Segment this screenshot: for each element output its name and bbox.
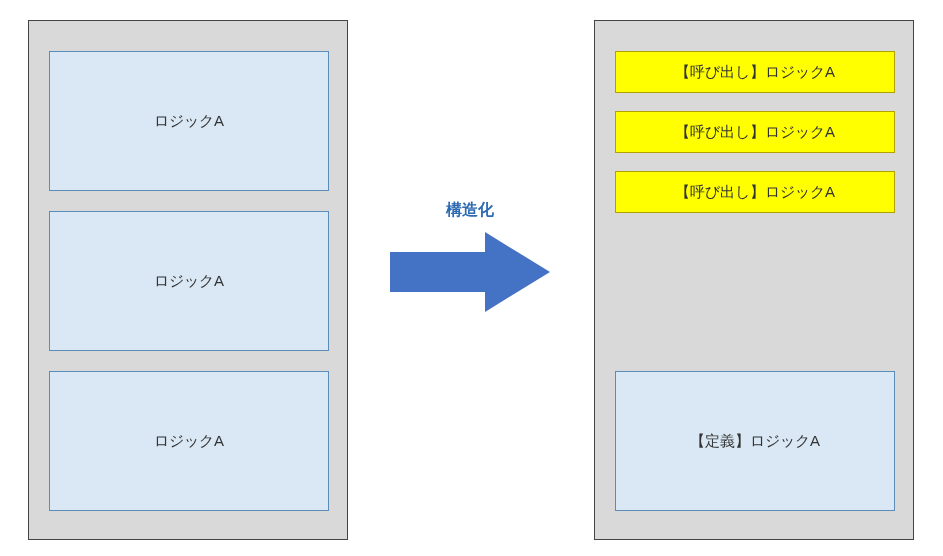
call-box: 【呼び出し】ロジックA xyxy=(615,171,895,213)
left-panel: ロジックA ロジックA ロジックA xyxy=(28,20,348,540)
arrow-group: 構造化 xyxy=(375,200,565,317)
right-panel: 【呼び出し】ロジックA 【呼び出し】ロジックA 【呼び出し】ロジックA 【定義】… xyxy=(594,20,914,540)
logic-box: ロジックA xyxy=(49,371,329,511)
definition-box-label: 【定義】ロジックA xyxy=(690,432,820,451)
logic-box: ロジックA xyxy=(49,211,329,351)
arrow-label: 構造化 xyxy=(375,200,565,221)
logic-box-label: ロジックA xyxy=(154,272,224,291)
call-box: 【呼び出し】ロジックA xyxy=(615,111,895,153)
call-box-label: 【呼び出し】ロジックA xyxy=(675,183,835,202)
call-box-label: 【呼び出し】ロジックA xyxy=(675,63,835,82)
definition-box: 【定義】ロジックA xyxy=(615,371,895,511)
logic-box: ロジックA xyxy=(49,51,329,191)
logic-box-label: ロジックA xyxy=(154,432,224,451)
call-box: 【呼び出し】ロジックA xyxy=(615,51,895,93)
call-box-label: 【呼び出し】ロジックA xyxy=(675,123,835,142)
logic-box-label: ロジックA xyxy=(154,112,224,131)
svg-marker-0 xyxy=(390,232,550,312)
arrow-icon xyxy=(390,227,550,317)
